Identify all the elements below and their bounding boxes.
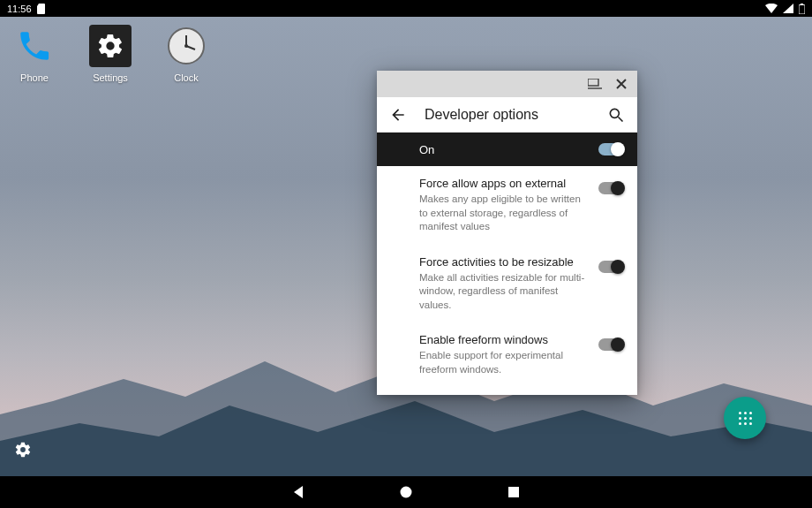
setting-subtitle: Make all activities resizable for multi-… (419, 271, 590, 313)
nav-home-button[interactable] (396, 482, 416, 502)
setting-switch[interactable] (598, 261, 623, 273)
svg-rect-0 (799, 4, 805, 14)
nav-recents-button[interactable] (504, 482, 523, 502)
setting-title: Force activities to be resizable (419, 255, 590, 269)
setting-row-enable-freeform[interactable]: Enable freeform windows Enable support f… (377, 322, 637, 387)
master-switch[interactable] (598, 143, 623, 155)
master-switch-label: On (419, 143, 434, 156)
search-button[interactable] (605, 104, 627, 125)
app-label: Settings (93, 72, 128, 83)
setting-switch[interactable] (598, 338, 623, 351)
app-clock[interactable]: Clock (161, 25, 212, 83)
app-settings[interactable]: Settings (85, 25, 136, 83)
app-phone[interactable]: Phone (9, 25, 60, 83)
maximize-button[interactable] (586, 75, 604, 93)
status-bar: 11:56 (0, 0, 812, 17)
grid-icon (737, 410, 753, 426)
back-button[interactable] (387, 104, 409, 125)
desktop-apps: Phone Settings Clock (9, 25, 212, 83)
setting-row-force-resizable[interactable]: Force activities to be resizable Make al… (377, 245, 637, 323)
setting-switch[interactable] (598, 182, 623, 194)
svg-rect-1 (801, 4, 803, 5)
phone-icon (13, 25, 56, 67)
close-button[interactable] (613, 75, 630, 93)
quick-settings-button[interactable] (14, 441, 32, 462)
svg-point-8 (610, 109, 619, 118)
app-label: Clock (174, 72, 199, 83)
setting-title: Enable freeform windows (419, 333, 590, 346)
setting-subtitle: Makes any app eligible to be written to … (419, 193, 590, 234)
nav-back-button[interactable] (289, 482, 308, 502)
svg-point-10 (401, 487, 412, 498)
svg-line-9 (619, 117, 623, 121)
master-switch-row[interactable]: On (377, 133, 637, 166)
app-bar: Developer options (377, 97, 637, 133)
svg-rect-6 (588, 79, 598, 86)
navigation-bar (0, 476, 812, 508)
settings-window: Developer options On Force allow apps on… (377, 71, 637, 395)
app-label: Phone (20, 72, 49, 83)
svg-rect-11 (508, 487, 519, 497)
wifi-icon (765, 4, 778, 13)
sd-card-icon (37, 4, 46, 14)
page-title: Developer options (425, 107, 590, 123)
svg-point-5 (184, 44, 188, 48)
setting-row-force-desktop[interactable]: Force desktop mode Force experimental de… (377, 387, 637, 395)
gear-icon (89, 25, 132, 67)
setting-row-force-external[interactable]: Force allow apps on external Makes any a… (377, 166, 637, 245)
setting-subtitle: Enable support for experimental freeform… (419, 349, 590, 376)
battery-icon (799, 4, 805, 14)
window-titlebar[interactable] (377, 71, 637, 97)
status-time: 11:56 (7, 4, 32, 14)
app-drawer-button[interactable] (724, 397, 766, 439)
settings-list: Force allow apps on external Makes any a… (377, 166, 637, 395)
signal-icon (783, 4, 793, 13)
setting-title: Force allow apps on external (419, 177, 590, 190)
clock-icon (165, 25, 207, 67)
